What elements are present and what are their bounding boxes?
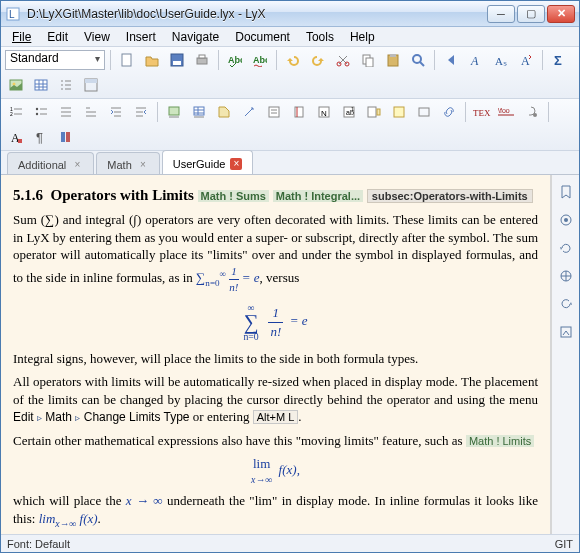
section-heading: 5.1.6 Operators with Limits Math ! Sums … <box>13 185 538 205</box>
menu-view[interactable]: View <box>77 28 117 46</box>
insert-citation-icon[interactable] <box>263 101 285 123</box>
paragraph[interactable]: which will place the x → ∞ underneath th… <box>13 492 538 529</box>
paragraph[interactable]: Sum (∑) and integral (∫) operators are v… <box>13 211 538 294</box>
svg-rect-48 <box>61 132 65 142</box>
math-display[interactable]: ∞ ∑ n=0 1 n! = e <box>13 301 538 344</box>
outline-icon[interactable] <box>55 74 77 96</box>
window-title: D:\LyXGit\Master\lib\doc\UserGuide.lyx -… <box>27 7 487 21</box>
menu-navigate[interactable]: Navigate <box>165 28 226 46</box>
insert-nomencl-icon[interactable]: N <box>313 101 335 123</box>
svg-rect-49 <box>66 132 70 142</box>
print-icon[interactable] <box>191 49 213 71</box>
apply-style-icon[interactable]: A <box>515 49 537 71</box>
description-list-icon[interactable] <box>80 101 102 123</box>
insert-table-float-icon[interactable] <box>188 101 210 123</box>
paragraph[interactable]: All operators with limits will be automa… <box>13 373 538 426</box>
new-doc-icon[interactable] <box>116 49 138 71</box>
index-inset[interactable]: Math ! Limits <box>466 435 534 447</box>
status-vcs: GIT <box>555 538 573 550</box>
menu-tools[interactable]: Tools <box>299 28 341 46</box>
svg-rect-31 <box>269 107 279 117</box>
paste-icon[interactable] <box>382 49 404 71</box>
insert-math-icon[interactable]: Σ <box>548 49 570 71</box>
spellcheck-cont-icon[interactable]: Abc <box>249 49 271 71</box>
svg-rect-40 <box>394 107 404 117</box>
open-icon[interactable] <box>141 49 163 71</box>
math-inline[interactable]: ∑n=0∞ 1n! = e <box>196 270 260 285</box>
tab-math[interactable]: Math× <box>96 152 159 174</box>
minimize-button[interactable]: ─ <box>487 5 515 23</box>
insert-figure-float-icon[interactable] <box>163 101 185 123</box>
shortcut-inset: Alt+M L <box>253 410 299 424</box>
insert-ert-icon[interactable]: \foo <box>496 101 518 123</box>
svg-text:A: A <box>521 54 530 67</box>
navigate-back-icon[interactable] <box>440 49 462 71</box>
list-icon[interactable] <box>55 101 77 123</box>
bullet-list-icon[interactable] <box>30 101 52 123</box>
bookmark-icon[interactable] <box>555 181 577 203</box>
update-master-icon[interactable] <box>555 293 577 315</box>
menu-insert[interactable]: Insert <box>119 28 163 46</box>
tab-close-icon[interactable]: × <box>71 159 83 171</box>
decrease-depth-icon[interactable] <box>130 101 152 123</box>
paragraph[interactable]: Certain other mathematical expressions a… <box>13 432 538 450</box>
paragraph-style-select[interactable]: Standard <box>5 50 105 70</box>
svg-rect-4 <box>173 61 181 65</box>
save-icon[interactable] <box>166 49 188 71</box>
tab-close-icon[interactable]: × <box>137 159 149 171</box>
menu-file[interactable]: File <box>5 28 38 46</box>
view-master-icon[interactable] <box>555 265 577 287</box>
view-pdf-icon[interactable] <box>555 209 577 231</box>
insert-index-icon[interactable] <box>288 101 310 123</box>
insert-hyperlink-icon[interactable] <box>438 101 460 123</box>
tab-userguide[interactable]: UserGuide× <box>162 150 254 174</box>
insert-margin-note-icon[interactable] <box>363 101 385 123</box>
insert-note-icon[interactable] <box>388 101 410 123</box>
index-inset[interactable]: Math ! Sums <box>198 190 269 202</box>
label-inset[interactable]: subsec:Operators-with-Limits <box>367 189 533 203</box>
increase-depth-icon[interactable] <box>105 101 127 123</box>
svg-rect-12 <box>366 58 373 67</box>
paragraph[interactable]: Integral signs, however, will place the … <box>13 350 538 368</box>
copy-icon[interactable] <box>357 49 379 71</box>
text-style-icon[interactable]: A <box>5 126 27 148</box>
insert-table-icon[interactable] <box>30 74 52 96</box>
undo-icon[interactable] <box>282 49 304 71</box>
maximize-button[interactable]: ▢ <box>517 5 545 23</box>
thesaurus-icon[interactable] <box>55 126 77 148</box>
svg-rect-6 <box>199 55 205 58</box>
toolbar-extra: 12 N ab1 TEX \foo A ¶ <box>1 99 579 151</box>
tab-additional[interactable]: Additional× <box>7 152 94 174</box>
emph-icon[interactable]: A <box>465 49 487 71</box>
document-area[interactable]: 5.1.6 Operators with Limits Math ! Sums … <box>1 175 551 534</box>
menu-edit[interactable]: Edit <box>40 28 75 46</box>
numbered-list-icon[interactable]: 12 <box>5 101 27 123</box>
math-inline[interactable]: limx→∞ f(x) <box>39 511 98 526</box>
menu-path: Edit ▹ Math ▹ Change Limits Type <box>13 410 190 424</box>
insert-box-icon[interactable] <box>413 101 435 123</box>
view-other-icon[interactable] <box>555 321 577 343</box>
svg-text:TEX: TEX <box>473 108 491 118</box>
include-file-icon[interactable] <box>521 101 543 123</box>
insert-label-icon[interactable] <box>213 101 235 123</box>
math-display[interactable]: lim x→∞ f(x), <box>13 455 538 486</box>
insert-tex-icon[interactable]: TEX <box>471 101 493 123</box>
redo-icon[interactable] <box>307 49 329 71</box>
cut-icon[interactable] <box>332 49 354 71</box>
insert-graphics-icon[interactable] <box>5 74 27 96</box>
index-inset[interactable]: Math ! Integral... <box>273 190 363 202</box>
find-icon[interactable] <box>407 49 429 71</box>
math-inline[interactable]: x → ∞ <box>126 493 163 508</box>
tab-close-icon[interactable]: × <box>230 158 242 170</box>
insert-footnote-icon[interactable]: ab1 <box>338 101 360 123</box>
toggle-toolbar-icon[interactable] <box>80 74 102 96</box>
menu-document[interactable]: Document <box>228 28 297 46</box>
update-pdf-icon[interactable] <box>555 237 577 259</box>
menu-help[interactable]: Help <box>343 28 382 46</box>
noun-icon[interactable]: Aₛ <box>490 49 512 71</box>
paragraph-settings-icon[interactable]: ¶ <box>30 126 52 148</box>
app-icon: L <box>5 6 21 22</box>
insert-crossref-icon[interactable] <box>238 101 260 123</box>
spellcheck-icon[interactable]: Abc <box>224 49 246 71</box>
close-button[interactable]: ✕ <box>547 5 575 23</box>
